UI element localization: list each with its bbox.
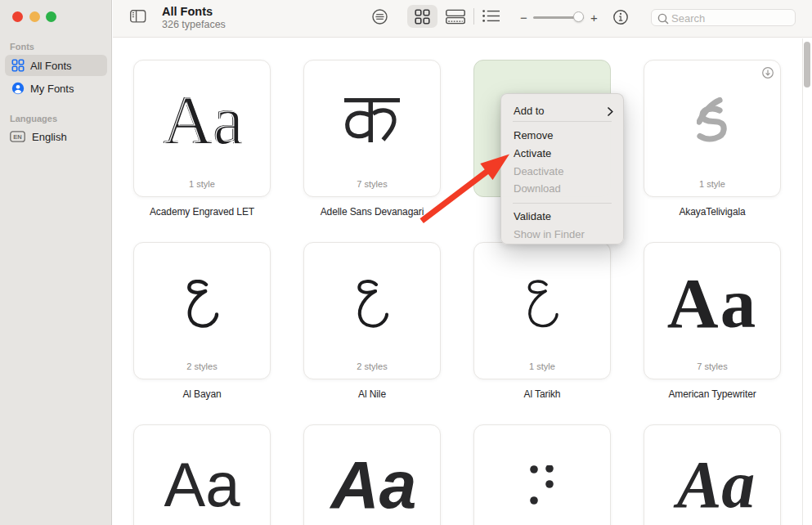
svg-text:EN: EN — [13, 133, 21, 141]
svg-text:Aa: Aa — [164, 93, 244, 147]
